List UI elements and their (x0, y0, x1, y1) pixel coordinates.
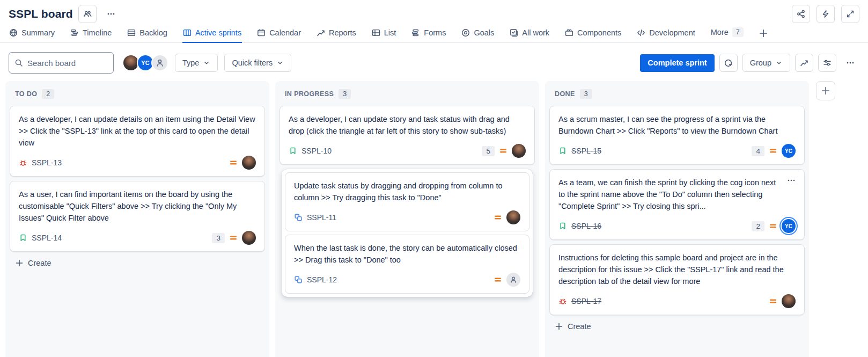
plus-icon (821, 86, 830, 96)
avatar-unassigned[interactable] (151, 54, 168, 71)
assignee-avatar[interactable] (782, 294, 796, 308)
issue-card[interactable]: As a developer, I can update story and t… (279, 106, 535, 165)
issue-key[interactable]: SSPL-13 (32, 158, 62, 167)
create-issue-button[interactable]: Create (15, 259, 52, 267)
issue-key[interactable]: SSPL-14 (32, 234, 62, 242)
automation-button[interactable] (816, 5, 835, 23)
insights-chart-icon (800, 59, 808, 67)
issue-summary: As a scrum master, I can see the progres… (558, 113, 796, 137)
board-header: SSPL board (0, 0, 868, 24)
dropdown-label: Type (182, 59, 199, 67)
quick-filters-dropdown[interactable]: Quick filters (224, 54, 291, 72)
assignee-avatar[interactable] (512, 144, 526, 158)
issue-card[interactable]: As a user, I can find important items on… (10, 181, 265, 252)
insights-button[interactable] (795, 54, 813, 72)
priority-medium-icon (769, 147, 777, 155)
issue-card[interactable]: As a developer, I can update details on … (10, 106, 265, 177)
more-horizontal-icon (107, 10, 115, 18)
column-done: DONE 3 As a scrum master, I can see the … (545, 81, 809, 357)
issue-card[interactable]: When the last task is done, the story ca… (285, 235, 529, 294)
board-icon (183, 28, 192, 37)
issue-summary: As a user, I can find important items on… (19, 188, 256, 224)
tab-label: More (711, 28, 729, 37)
estimate-badge: 3 (212, 233, 225, 243)
board-options-button[interactable] (841, 54, 859, 72)
plus-icon (555, 322, 563, 331)
tab-active-sprints[interactable]: Active sprints (182, 25, 242, 43)
column-header: TO DO 2 (5, 81, 269, 104)
board-members-button[interactable] (78, 5, 97, 23)
assignee-avatar[interactable] (242, 231, 256, 245)
card-options-button[interactable] (785, 174, 798, 187)
board-tabs: Summary Timeline Backlog (0, 24, 868, 43)
tab-label: Summary (21, 28, 55, 37)
tab-label: Backlog (139, 28, 167, 37)
tab-more[interactable]: More 7 (710, 24, 744, 43)
complete-sprint-button[interactable]: Complete sprint (640, 54, 714, 72)
tab-summary[interactable]: Summary (9, 25, 55, 43)
issue-key[interactable]: SSPL-12 (307, 275, 337, 284)
all-work-icon (510, 28, 518, 37)
issue-card[interactable]: As a scrum master, I can see the progres… (549, 106, 805, 165)
group-dropdown[interactable]: Group (742, 54, 790, 72)
board-more-button[interactable] (102, 5, 120, 23)
priority-medium-icon (769, 297, 777, 305)
fullscreen-button[interactable] (841, 5, 859, 23)
tab-label: Components (577, 28, 621, 37)
tab-timeline[interactable]: Timeline (70, 25, 112, 43)
tab-goals[interactable]: Goals (461, 25, 495, 43)
type-filter-dropdown[interactable]: Type (175, 54, 218, 72)
share-button[interactable] (792, 5, 810, 23)
issue-key[interactable]: SSPL-10 (301, 147, 332, 155)
people-icon (83, 10, 92, 18)
tab-list[interactable]: List (371, 25, 397, 43)
issue-key[interactable]: SSPL-16 (571, 222, 601, 230)
search-input[interactable] (27, 59, 102, 68)
tab-label: Timeline (83, 28, 112, 37)
search-board[interactable] (9, 52, 114, 74)
more-horizontal-icon (846, 59, 855, 67)
tab-all-work[interactable]: All work (509, 25, 550, 43)
column-name: IN PROGRESS (285, 90, 334, 98)
issue-key[interactable]: SSPL-15 (571, 147, 601, 155)
assignee-avatar[interactable] (242, 156, 256, 170)
tab-components[interactable]: Components (564, 25, 622, 43)
create-issue-button[interactable]: Create (555, 322, 591, 331)
globe-icon (9, 28, 18, 37)
sprint-menu-button[interactable] (719, 54, 738, 72)
issue-card[interactable]: As a team, we can finish the sprint by c… (549, 169, 805, 240)
tab-calendar[interactable]: Calendar (256, 25, 301, 43)
issue-card[interactable]: Update task status by dragging and dropp… (285, 172, 529, 231)
tab-backlog[interactable]: Backlog (127, 25, 168, 43)
timeline-icon (70, 28, 79, 37)
tab-reports[interactable]: Reports (316, 25, 357, 43)
view-settings-button[interactable] (818, 54, 836, 72)
goals-icon (461, 28, 470, 37)
tab-development[interactable]: Development (636, 25, 695, 43)
issue-card[interactable]: Instructions for deleting this sample bo… (549, 244, 805, 315)
assignee-avatar[interactable]: YC (782, 144, 796, 158)
add-column-button[interactable] (816, 81, 835, 100)
create-label: Create (568, 322, 591, 331)
dropdown-label: Group (750, 59, 771, 67)
forms-icon (411, 28, 420, 37)
column-name: DONE (555, 90, 575, 98)
issue-key[interactable]: SSPL-11 (307, 213, 336, 222)
add-tab-button[interactable] (759, 28, 768, 42)
assignee-avatar-unassigned[interactable] (506, 273, 520, 287)
chevron-down-icon (775, 59, 783, 67)
column-count-badge: 2 (42, 89, 54, 99)
reports-icon (317, 28, 325, 37)
subtask-icon (294, 213, 303, 222)
dropdown-label: Quick filters (232, 59, 273, 67)
person-icon (509, 275, 518, 284)
issue-key[interactable]: SSPL-17 (571, 297, 601, 305)
assignee-avatar[interactable] (506, 210, 520, 224)
sprint-board: TO DO 2 As a developer, I can update det… (0, 81, 868, 357)
assignee-avatar[interactable]: YC (782, 219, 796, 233)
expand-icon (846, 10, 855, 18)
search-icon (14, 59, 23, 67)
jira-board-app: SSPL board (0, 0, 868, 357)
tab-forms[interactable]: Forms (411, 25, 446, 43)
issue-summary: When the last task is done, the story ca… (294, 242, 520, 266)
